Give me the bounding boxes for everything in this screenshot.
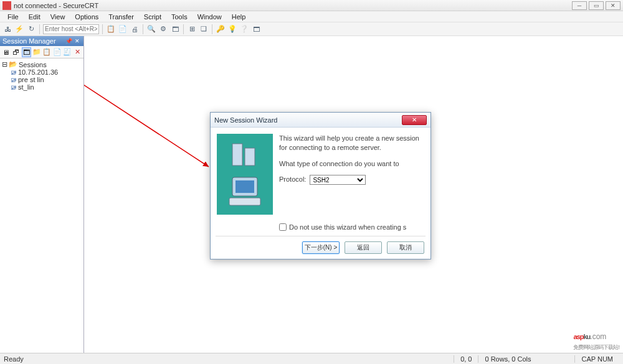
paste-icon[interactable]: 📄 bbox=[118, 24, 128, 34]
servers-icon bbox=[226, 141, 264, 169]
menu-tools[interactable]: Tools bbox=[166, 12, 193, 22]
sm-connect-icon[interactable]: 🖥 bbox=[1, 47, 10, 57]
status-position: 0, 0 bbox=[454, 355, 478, 363]
tile-icon[interactable]: ⊞ bbox=[187, 24, 197, 34]
session-manager-title: Session Manager bbox=[2, 37, 56, 45]
window-titlebar: not connected - SecureCRT ─ ▭ ✕ bbox=[0, 0, 623, 11]
sm-delete-icon[interactable]: ✕ bbox=[74, 47, 82, 57]
new-session-wizard-dialog: New Session Wizard ✕ This wizard will he… bbox=[210, 112, 431, 259]
menu-options[interactable]: Options bbox=[70, 12, 103, 22]
tree-root-label: Sessions bbox=[19, 61, 47, 68]
session-icon: 🖳 bbox=[11, 77, 17, 83]
skip-wizard-label: Do not use this wizard when creating s bbox=[289, 223, 406, 231]
host-input[interactable] bbox=[43, 24, 99, 34]
dialog-close-button[interactable]: ✕ bbox=[402, 115, 427, 125]
toolbar-separator bbox=[102, 24, 103, 34]
status-ready: Ready bbox=[4, 355, 454, 363]
menubar: File Edit View Options Transfer Script T… bbox=[0, 11, 623, 22]
sm-new-tab-icon[interactable]: 🗗 bbox=[11, 47, 20, 57]
sm-copy-icon[interactable]: 📋 bbox=[42, 47, 51, 57]
copy-icon[interactable]: 📋 bbox=[106, 24, 116, 34]
print-icon[interactable]: 🖨 bbox=[130, 24, 140, 34]
sm-paste-icon[interactable]: 📄 bbox=[53, 47, 62, 57]
svg-rect-4 bbox=[235, 180, 254, 193]
sm-properties-icon[interactable]: 🧾 bbox=[63, 47, 72, 57]
session-options-icon[interactable]: 🗔 bbox=[170, 24, 180, 34]
computer-icon bbox=[223, 174, 267, 208]
help-icon[interactable]: ❔ bbox=[239, 24, 249, 34]
toolbar-separator bbox=[183, 24, 184, 34]
session-item[interactable]: 🖳 st_lin bbox=[2, 83, 82, 91]
status-size: 0 Rows, 0 Cols bbox=[478, 355, 537, 363]
pane-close-icon[interactable]: ✕ bbox=[74, 37, 81, 45]
wizard-image bbox=[217, 134, 273, 215]
main-toolbar: 🖧 ⚡ ↻ 📋 📄 🖨 🔍 ⚙ 🗔 ⊞ ❏ 🔑 💡 ❔ 🗖 bbox=[0, 22, 623, 36]
menu-window[interactable]: Window bbox=[193, 12, 227, 22]
find-icon[interactable]: 🔍 bbox=[146, 24, 156, 34]
menu-view[interactable]: View bbox=[45, 12, 70, 22]
options-icon[interactable]: ⚙ bbox=[158, 24, 168, 34]
expand-icon[interactable]: ⊟ bbox=[2, 60, 7, 68]
wizard-question-text: What type of connection do you want to bbox=[279, 159, 424, 169]
session-tree[interactable]: ⊟ 📂 Sessions 🖳 10.75.201.36 🖳 pre st lin… bbox=[0, 58, 83, 353]
toolbar-separator bbox=[39, 24, 40, 34]
menu-script[interactable]: Script bbox=[139, 12, 166, 22]
tree-root[interactable]: ⊟ 📂 Sessions bbox=[2, 60, 82, 68]
session-label: st_lin bbox=[18, 83, 34, 91]
minimize-button[interactable]: ─ bbox=[572, 1, 587, 10]
close-button[interactable]: ✕ bbox=[606, 1, 621, 10]
connect-icon[interactable]: 🖧 bbox=[2, 24, 12, 34]
protocol-select[interactable]: SSH2 bbox=[310, 175, 366, 185]
skip-wizard-checkbox[interactable] bbox=[279, 223, 287, 231]
app-icon bbox=[2, 1, 11, 10]
session-manager-titlebar: Session Manager 📌 ✕ bbox=[0, 36, 83, 46]
session-icon: 🖳 bbox=[11, 84, 17, 91]
session-item[interactable]: 🖳 pre st lin bbox=[2, 76, 82, 83]
window-title: not connected - SecureCRT bbox=[14, 2, 572, 9]
sm-new-session-icon[interactable]: 🗔 bbox=[22, 47, 31, 57]
key-icon[interactable]: 🔑 bbox=[216, 24, 226, 34]
status-caps: CAP NUM bbox=[574, 355, 619, 363]
svg-rect-1 bbox=[232, 144, 242, 166]
next-button[interactable]: 下一步(N) > bbox=[302, 241, 340, 254]
session-manager-pane: Session Manager 📌 ✕ 🖥 🗗 🗔 📁 📋 📄 🧾 ✕ ⊟ 📂 … bbox=[0, 36, 84, 353]
protocol-label: Protocol: bbox=[279, 175, 306, 184]
about-icon[interactable]: 🗖 bbox=[251, 24, 261, 34]
toolbar-separator bbox=[212, 24, 212, 34]
svg-line-0 bbox=[84, 49, 209, 167]
lightbulb-icon[interactable]: 💡 bbox=[227, 24, 237, 34]
menu-help[interactable]: Help bbox=[227, 12, 251, 22]
svg-rect-5 bbox=[229, 198, 260, 205]
session-label: 10.75.201.36 bbox=[18, 68, 58, 76]
back-button[interactable]: 返回 bbox=[345, 241, 382, 254]
sm-new-folder-icon[interactable]: 📁 bbox=[32, 47, 41, 57]
menu-edit[interactable]: Edit bbox=[24, 12, 45, 22]
menu-file[interactable]: File bbox=[2, 12, 24, 22]
session-icon: 🖳 bbox=[11, 69, 17, 76]
statusbar: Ready 0, 0 0 Rows, 0 Cols CAP NUM bbox=[0, 353, 623, 364]
menu-transfer[interactable]: Transfer bbox=[103, 12, 139, 22]
session-item[interactable]: 🖳 10.75.201.36 bbox=[2, 68, 82, 76]
cancel-button[interactable]: 取消 bbox=[387, 241, 424, 254]
folder-icon: 📂 bbox=[9, 60, 17, 68]
dialog-titlebar[interactable]: New Session Wizard ✕ bbox=[211, 113, 430, 128]
session-label: pre st lin bbox=[18, 76, 44, 83]
session-manager-toolbar: 🖥 🗗 🗔 📁 📋 📄 🧾 ✕ bbox=[0, 46, 83, 58]
quick-connect-icon[interactable]: ⚡ bbox=[14, 24, 24, 34]
pin-icon[interactable]: 📌 bbox=[65, 37, 72, 45]
svg-rect-2 bbox=[245, 148, 255, 166]
dialog-title: New Session Wizard bbox=[214, 116, 277, 124]
wizard-intro-text: This wizard will help you create a new s… bbox=[279, 134, 424, 153]
toolbar-separator bbox=[143, 24, 143, 34]
maximize-button[interactable]: ▭ bbox=[589, 1, 604, 10]
cascade-icon[interactable]: ❏ bbox=[199, 24, 209, 34]
reconnect-icon[interactable]: ↻ bbox=[26, 24, 36, 34]
